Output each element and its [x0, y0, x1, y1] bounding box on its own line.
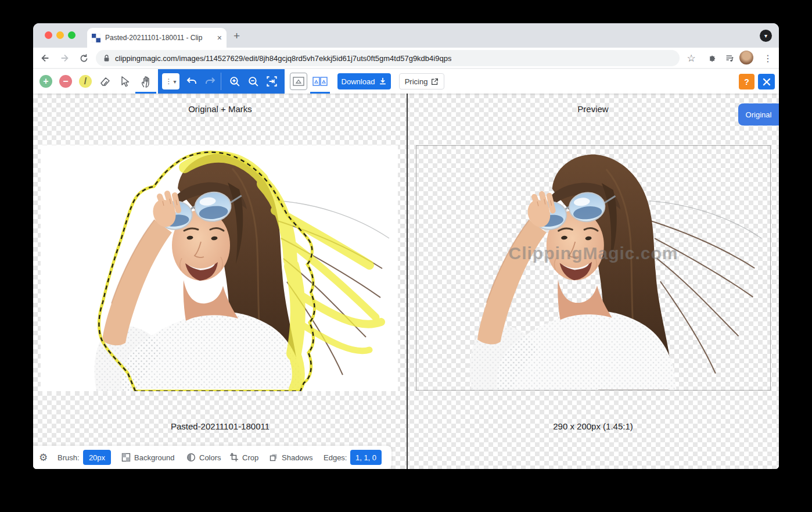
browser-window: Pasted-20211101-180011 - Clip × + ▾	[33, 23, 779, 469]
panel-divider[interactable]	[407, 94, 408, 469]
show-original-button[interactable]: Original	[738, 103, 779, 126]
zoom-in-icon	[229, 76, 241, 88]
left-panel-title: Original + Marks	[133, 104, 307, 114]
crop-icon	[229, 453, 239, 462]
colors-label: Colors	[199, 453, 221, 462]
editor-canvas: Original + Marks Preview ClippingMagic.c…	[33, 94, 779, 469]
reload-icon	[79, 53, 89, 63]
eraser-tool[interactable]	[98, 74, 112, 88]
close-editor-button[interactable]	[758, 74, 775, 89]
url-field[interactable]: clippingmagic.com/images/114527629/edit/…	[96, 50, 680, 66]
active-view-underline	[310, 92, 330, 94]
media-controls-button[interactable]	[723, 52, 736, 65]
shadows-label: Shadows	[282, 453, 312, 462]
zoom-out-button[interactable]	[246, 74, 260, 88]
eraser-icon	[99, 75, 112, 88]
keep-brush-tool[interactable]: +	[39, 74, 53, 88]
help-button[interactable]: ?	[739, 74, 754, 89]
preview-cutout-image	[416, 146, 770, 390]
brush-label: Brush:	[58, 453, 80, 462]
cursor-tool[interactable]	[118, 74, 132, 88]
shadows-button[interactable]: Shadows	[269, 453, 312, 462]
split-view-icon	[312, 77, 328, 86]
single-view-icon	[293, 77, 304, 86]
pricing-button[interactable]: Pricing	[399, 73, 444, 89]
tab-close-icon[interactable]: ×	[217, 34, 222, 42]
browser-menu-kebab-icon[interactable]: ⋮	[761, 52, 774, 65]
colors-half-circle-icon	[186, 453, 196, 462]
url-text: clippingmagic.com/images/114527629/edit/…	[115, 54, 451, 63]
fit-to-screen-button[interactable]	[265, 74, 279, 88]
redo-icon	[204, 76, 216, 87]
close-window-button[interactable]	[45, 31, 52, 39]
settings-button[interactable]: ⚙	[39, 452, 48, 464]
titlebar: Pasted-20211101-180011 - Clip × + ▾	[33, 23, 779, 48]
background-checker-icon	[121, 453, 131, 462]
original-image-with-marks	[41, 145, 398, 391]
right-panel-title: Preview	[506, 104, 680, 114]
dropdown-dots-icon: ⋮	[165, 77, 172, 85]
pricing-label: Pricing	[405, 77, 428, 86]
back-button[interactable]	[39, 52, 52, 65]
bottom-toolbar: ⚙ Brush: 20px Background Colors	[33, 446, 391, 469]
background-button[interactable]: Background	[121, 453, 174, 462]
background-label: Background	[134, 453, 174, 462]
reload-button[interactable]	[77, 52, 90, 65]
download-button[interactable]: Download	[337, 73, 391, 89]
profile-avatar[interactable]	[739, 51, 753, 65]
original-image-area[interactable]	[41, 145, 398, 391]
forward-arrow-icon	[59, 53, 70, 63]
undo-button[interactable]	[185, 74, 199, 88]
colors-button[interactable]: Colors	[186, 453, 221, 462]
bookmark-star-icon[interactable]: ☆	[685, 52, 698, 65]
back-arrow-icon	[40, 53, 51, 63]
fit-screen-icon	[265, 75, 278, 88]
minus-icon: −	[59, 75, 72, 88]
image-filename-caption: Pasted-20211101-180011	[116, 421, 325, 431]
zoom-out-icon	[247, 76, 260, 88]
download-label: Download	[342, 77, 375, 86]
toolbar-separator	[221, 73, 221, 90]
clippingmagic-favicon	[92, 34, 100, 42]
brush-size-button[interactable]: 20px	[83, 450, 111, 465]
forward-button[interactable]	[58, 52, 71, 65]
browser-toolbar: clippingmagic.com/images/114527629/edit/…	[33, 48, 779, 69]
close-x-icon	[763, 78, 771, 86]
lock-icon	[103, 54, 110, 62]
puzzle-icon	[707, 53, 717, 63]
hand-icon	[139, 75, 153, 88]
edges-values-button[interactable]: 1, 1, 0	[350, 450, 382, 465]
watermark-text: ClippingMagic.com	[416, 244, 770, 263]
shadows-icon	[269, 453, 278, 462]
extensions-button[interactable]	[706, 52, 718, 65]
tool-options-dropdown[interactable]: ⋮ ▾	[162, 73, 179, 89]
undo-icon	[186, 76, 197, 87]
chevron-down-icon: ▾	[173, 78, 176, 85]
external-link-icon	[431, 78, 439, 85]
edges-label: Edges:	[324, 453, 347, 462]
gear-icon: ⚙	[39, 452, 48, 464]
active-tool-underline	[135, 92, 156, 94]
crop-label: Crop	[242, 453, 258, 462]
cursor-icon	[118, 75, 131, 88]
crop-button[interactable]: Crop	[229, 453, 258, 462]
single-view-button[interactable]	[290, 73, 307, 90]
minimize-window-button[interactable]	[56, 31, 64, 39]
download-icon	[379, 77, 387, 85]
zoom-in-button[interactable]	[228, 74, 242, 88]
image-dimensions-caption: 290 x 200px (1.45:1)	[488, 421, 698, 431]
playlist-icon	[725, 53, 735, 63]
redo-button[interactable]	[203, 74, 217, 88]
tab-title: Pasted-20211101-180011 - Clip	[105, 34, 214, 42]
toolbar-blue-group: ⋮ ▾	[158, 69, 285, 94]
tab-search-button[interactable]: ▾	[760, 30, 772, 42]
preview-image-area[interactable]: ClippingMagic.com	[416, 145, 771, 391]
zoom-window-button[interactable]	[68, 31, 76, 39]
split-view-button[interactable]	[310, 73, 330, 90]
browser-tab[interactable]: Pasted-20211101-180011 - Clip ×	[87, 28, 227, 48]
plus-icon: +	[39, 75, 52, 88]
remove-brush-tool[interactable]: −	[59, 74, 73, 88]
pan-hand-tool[interactable]	[139, 74, 153, 88]
hair-brush-tool[interactable]: /	[78, 74, 92, 88]
new-tab-button[interactable]: +	[233, 30, 240, 41]
